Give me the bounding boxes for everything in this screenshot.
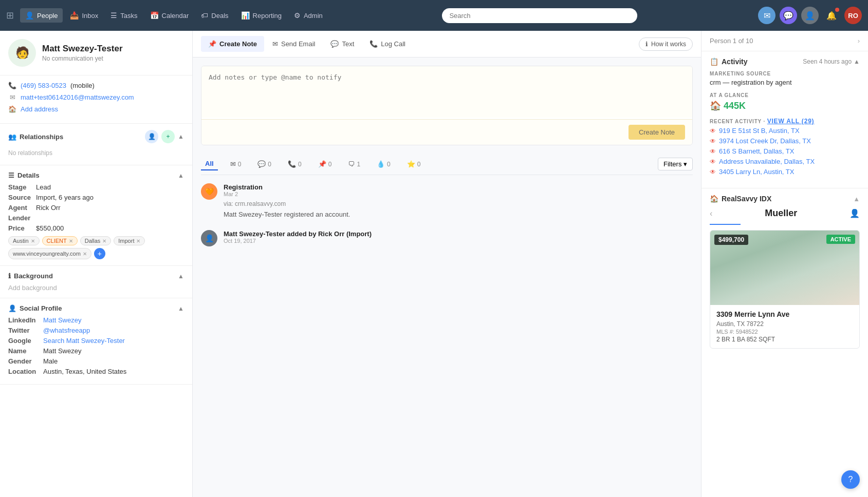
relationships-person-btn[interactable]: 👤 <box>145 130 158 143</box>
filter-call[interactable]: 📞 0 <box>284 158 306 170</box>
nav-item-calendar[interactable]: 📅 Calendar <box>145 8 194 23</box>
gender-value: Male <box>43 357 58 365</box>
recent-link-4[interactable]: 3405 Larry Ln, Austin, TX <box>719 168 794 176</box>
bell-icon-btn[interactable]: 🔔 <box>823 7 840 24</box>
email-icon: ✉ <box>8 93 16 101</box>
nav-item-deals[interactable]: 🏷 Deals <box>196 8 233 23</box>
details-section: ☰ Details ▲ Stage Lead Source Import, 6 … <box>0 165 192 266</box>
tasks-nav-icon: ☰ <box>110 11 117 20</box>
details-collapse[interactable]: ▲ <box>178 172 184 179</box>
tag-website-remove[interactable]: ✕ <box>83 251 87 257</box>
recent-item-2: 👁 616 S Barnett, Dallas, TX <box>710 147 860 155</box>
grid-icon[interactable]: ⊞ <box>6 10 14 21</box>
recent-link-3[interactable]: Address Unavailable, Dallas, TX <box>719 158 815 165</box>
relationships-collapse[interactable]: ▲ <box>178 133 184 140</box>
nav-item-admin[interactable]: ⚙ Admin <box>289 8 328 23</box>
background-title: ℹ Background <box>8 272 53 280</box>
create-note-icon: 📌 <box>208 40 216 48</box>
tag-import-remove[interactable]: ✕ <box>136 238 140 244</box>
source-row: Source Import, 6 years ago <box>8 194 184 201</box>
filter-chat[interactable]: 🗨 1 <box>344 158 364 170</box>
profile-info: Matt Swezey-Tester No communication yet <box>42 44 123 62</box>
how-it-works-btn[interactable]: ℹ How it works <box>639 37 693 51</box>
filter-comment[interactable]: 💬 0 <box>253 158 275 170</box>
rs-next-arrow[interactable]: › <box>858 37 860 45</box>
eye-icon-4: 👁 <box>710 168 716 176</box>
tab-log-call[interactable]: 📞 Log Call <box>362 36 413 52</box>
email-link[interactable]: matt+test06142016@mattswezey.com <box>21 93 134 101</box>
twitter-link[interactable]: @whatsfreeapp <box>43 327 90 334</box>
timeline-title-added: Matt Swezey-Tester added by Rick Orr (Im… <box>224 230 693 238</box>
timeline: 🧡 Registration Mar 2 via: crm.realsavvy.… <box>193 179 701 261</box>
user-avatar[interactable]: RO <box>844 7 862 24</box>
search-input[interactable] <box>442 8 637 23</box>
glance-value: 🏠 445K <box>710 100 860 111</box>
email-icon-btn[interactable]: ✉ <box>758 7 775 24</box>
nav-item-tasks[interactable]: ☰ Tasks <box>105 8 142 23</box>
property-image: $499,700 ACTIVE <box>710 231 859 305</box>
nav-item-inbox[interactable]: 📥 Inbox <box>65 8 103 23</box>
google-link[interactable]: Search Matt Swezey-Tester <box>43 337 125 345</box>
nav-right-icons: ✉ 💬 👤 🔔 RO <box>758 7 862 24</box>
phone-row: 📞 (469) 583-0523 (mobile) <box>8 82 184 89</box>
recent-link-1[interactable]: 3974 Lost Creek Dr, Dallas, TX <box>719 137 811 145</box>
create-note-button[interactable]: Create Note <box>629 125 685 140</box>
deals-nav-icon: 🏷 <box>201 11 208 20</box>
neighborhood-prev-arrow[interactable]: ‹ <box>710 209 712 218</box>
tag-add-btn[interactable]: + <box>94 248 105 259</box>
add-user-icon-btn[interactable]: 👤 <box>801 7 819 24</box>
add-background-btn[interactable]: Add background <box>8 284 184 292</box>
timeline-content-registration: Registration Mar 2 via: crm.realsavvy.co… <box>224 183 693 220</box>
center-panel: 📌 Create Note ✉ Send Email 💬 Text 📞 Log … <box>193 31 701 497</box>
seen-label[interactable]: Seen 4 hours ago ▲ <box>803 58 860 65</box>
help-button[interactable]: ? <box>841 470 860 489</box>
action-tabs: 📌 Create Note ✉ Send Email 💬 Text 📞 Log … <box>201 36 413 52</box>
property-city: Austin, TX 78722 <box>716 320 853 328</box>
profile-sub: No communication yet <box>42 55 123 62</box>
note-textarea[interactable] <box>201 66 692 118</box>
neighborhood-user-icon[interactable]: 👤 <box>849 208 860 218</box>
background-collapse[interactable]: ▲ <box>178 273 184 280</box>
realsavvy-collapse[interactable]: ▲ <box>853 195 860 203</box>
timeline-title-registration: Registration <box>224 183 693 191</box>
send-email-icon: ✉ <box>272 40 278 48</box>
recent-link-2[interactable]: 616 S Barnett, Dallas, TX <box>719 147 794 155</box>
timeline-item-added: 👤 Matt Swezey-Tester added by Rick Orr (… <box>201 230 693 247</box>
recent-item-3: 👁 Address Unavailable, Dallas, TX <box>710 158 860 165</box>
social-collapse[interactable]: ▲ <box>178 305 184 312</box>
address-icon: 🏠 <box>8 105 16 113</box>
nav-item-reporting[interactable]: 📊 Reporting <box>236 8 287 23</box>
filter-email[interactable]: ✉ 0 <box>226 158 246 170</box>
glance-label: AT A GLANCE <box>710 92 860 98</box>
tag-austin-remove[interactable]: ✕ <box>31 238 35 244</box>
view-all-link[interactable]: VIEW ALL (29) <box>767 118 815 125</box>
realsavvy-header: 🏠 RealSavvy IDX ▲ <box>710 195 860 203</box>
linkedin-link[interactable]: Matt Swezey <box>43 316 81 324</box>
phone-link[interactable]: (469) 583-0523 <box>21 82 66 89</box>
chat-icon-btn[interactable]: 💬 <box>780 7 797 24</box>
property-price-badge: $499,700 <box>714 235 748 245</box>
recent-item-4: 👁 3405 Larry Ln, Austin, TX <box>710 168 860 176</box>
property-beds: 2 BR 1 BA 852 SQFT <box>716 336 853 343</box>
timeline-date-registration: Mar 2 <box>224 191 693 197</box>
recent-link-0[interactable]: 919 E 51st St B, Austin, TX <box>719 127 800 135</box>
tab-create-note[interactable]: 📌 Create Note <box>201 36 264 52</box>
add-address-link[interactable]: Add address <box>21 105 58 113</box>
left-sidebar: 🧑 Matt Swezey-Tester No communication ye… <box>0 31 193 497</box>
nav-item-people[interactable]: 👤 People <box>20 8 63 23</box>
tag-client-remove[interactable]: ✕ <box>69 238 73 244</box>
relationships-add-btn[interactable]: + <box>161 130 175 143</box>
activity-header: 📋 Activity Seen 4 hours ago ▲ <box>710 58 860 66</box>
timeline-item-registration: 🧡 Registration Mar 2 via: crm.realsavvy.… <box>201 183 693 220</box>
filter-star[interactable]: ⭐ 0 <box>403 158 425 170</box>
tag-dallas-remove[interactable]: ✕ <box>102 238 106 244</box>
filter-pin[interactable]: 📌 0 <box>314 158 336 170</box>
tab-send-email[interactable]: ✉ Send Email <box>265 36 322 52</box>
filter-drop[interactable]: 💧 0 <box>373 158 395 170</box>
bell-badge <box>835 8 839 12</box>
filters-button[interactable]: Filters ▾ <box>658 158 693 170</box>
filter-drop-icon: 💧 <box>377 160 385 168</box>
filter-all[interactable]: All <box>201 158 218 170</box>
tab-text[interactable]: 💬 Text <box>323 36 361 52</box>
reporting-nav-icon: 📊 <box>241 11 250 20</box>
